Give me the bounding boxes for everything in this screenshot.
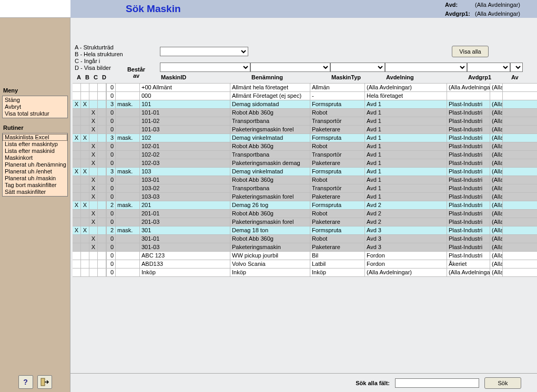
rutiner-item[interactable]: Planerat uh /maskin (3, 175, 67, 182)
rutiner-item[interactable]: Maskinlista Excel (3, 134, 67, 141)
cell-maskinid: 000 (140, 92, 230, 100)
table-row[interactable]: XX3mask.102Demag vinkelmatadFormsprutaAv… (73, 134, 537, 142)
cell-avdgrp1: Plast-Industri (447, 226, 490, 234)
cell-avdgrp1: Plast-Industri (447, 109, 490, 117)
table-row[interactable]: X0201-03Paketeringsmaskin forelPaketerar… (73, 218, 537, 226)
cell-d (98, 151, 106, 159)
cell-maskinid: 301 (140, 226, 230, 234)
table-row[interactable]: XX2mask.201Demag 26 togFormsprutaAvd 2Pl… (73, 201, 537, 210)
table-row[interactable]: X0102-03Paketeringsmaskin demagPaketerar… (73, 159, 537, 168)
help-button[interactable]: ? (18, 375, 33, 389)
filter-select-maskinid[interactable] (160, 63, 250, 72)
cell-avdgrp2: (Alla (490, 126, 503, 133)
page-title: Sök Maskin (126, 3, 181, 15)
visa-alla-button[interactable]: Visa alla (452, 46, 489, 57)
search-button[interactable]: Sök (484, 377, 521, 389)
cell-bestar-unit (116, 269, 140, 276)
cell-bestar-count: 0 (106, 260, 116, 268)
cell-b (81, 218, 89, 226)
rutiner-item[interactable]: Maskinkort (3, 154, 67, 161)
table-row[interactable]: XX3mask.103Demag vinkelmatadFormsprutaAv… (73, 168, 537, 176)
column-header-maskinid[interactable]: MaskinID (160, 74, 250, 80)
rutiner-item[interactable]: Planerat uh /benämning (3, 161, 67, 168)
cell-bestar-count: 0 (106, 184, 116, 192)
rutiner-item[interactable]: Tag bort maskinfilter (3, 182, 67, 189)
table-row[interactable]: 0ABD133Volvo ScaniaLatbilFordonÅkeriet(A… (73, 260, 537, 269)
cell-b (81, 142, 89, 150)
table-row[interactable]: X0103-01Robot Abb 360gRobotAvd 1Plast-In… (73, 176, 537, 184)
table-row[interactable]: X0301-01Robot Abb 360gRobotAvd 3Plast-In… (73, 235, 537, 243)
cell-avdgrp1: Plast-Industri (447, 134, 490, 142)
exit-button[interactable] (37, 375, 52, 389)
filter-select-benamning[interactable] (250, 63, 330, 72)
cell-maskintyp: Paketerare (310, 243, 365, 251)
cell-maskintyp: Formspruta (310, 201, 365, 209)
table-row[interactable]: XX2mask.301Demag 18 tonFormsprutaAvd 3Pl… (73, 226, 537, 235)
cell-avdelning: (Alla Avdelningar) (365, 269, 447, 276)
cell-benamning: Demag sidomatad (230, 100, 310, 108)
rutiner-item[interactable]: Planerat uh /enhet (3, 168, 67, 175)
cell-maskintyp: Robot (310, 176, 365, 184)
column-header-avdelning[interactable]: Avdelning (385, 74, 467, 80)
cell-avdgrp2: (Alla (490, 159, 503, 167)
meny-item[interactable]: Visa total struktur (3, 110, 67, 117)
cell-maskintyp: Transportör (310, 117, 365, 125)
cell-bestar-count: 0 (106, 117, 116, 125)
table-row[interactable]: X0201-01Robot Abb 360gRobotAvd 2Plast-In… (73, 210, 537, 218)
table-row[interactable]: X0102-01Robot Abb 360gRobotAvd 1Plast-In… (73, 142, 537, 151)
cell-bestar-count: 0 (106, 151, 116, 159)
cell-maskinid: 103-03 (140, 193, 230, 201)
meny-item[interactable]: Avbryt (3, 104, 67, 110)
svg-rect-0 (41, 378, 45, 386)
table-row[interactable]: XX3mask.101Demag sidomatadFormsprutaAvd … (73, 100, 537, 109)
cell-avdgrp1: Plast-Industri (447, 126, 490, 133)
cell-d (98, 159, 106, 167)
table-row[interactable]: 0000Allmänt Företaget (ej spec)-Hela för… (73, 92, 537, 100)
table-row[interactable]: 0ABC 123WW pickup jourbilBilFordonPlast-… (73, 252, 537, 260)
cell-benamning: Transportbana (230, 151, 310, 159)
table-row[interactable]: X0301-03PaketeringsmaskinPaketerareAvd 3… (73, 243, 537, 252)
table-row[interactable]: X0101-02TransportbanaTransportörAvd 1Pla… (73, 117, 537, 126)
filter-select-avdgrp2[interactable] (510, 63, 523, 72)
rutiner-item[interactable]: Lista efter maskinid (3, 148, 67, 154)
cell-avdelning: Avd 1 (365, 100, 447, 108)
cell-a: X (73, 201, 81, 209)
cell-b (81, 269, 89, 276)
table-row[interactable]: 0+00 AllmäntAllmänt hela företagetAllmän… (73, 84, 537, 92)
cell-bestar-count: 2 (106, 201, 116, 209)
column-header-benamning[interactable]: Benämning (250, 74, 330, 80)
column-header-avdgrp2[interactable]: Av (510, 74, 523, 80)
cell-bestar-count: 0 (106, 243, 116, 251)
cell-avdgrp1 (447, 92, 490, 100)
cell-avdgrp1: Plast-Industri (447, 201, 490, 209)
table-row[interactable]: X0103-02TransportbanaTransportörAvd 1Pla… (73, 184, 537, 193)
column-header-maskintyp[interactable]: MaskinTyp (330, 74, 385, 80)
table-row[interactable]: X0101-01Robot Abb 360gRobotAvd 1Plast-In… (73, 109, 537, 117)
table-row[interactable]: X0102-02TransportbanaTransportörAvd 1Pla… (73, 151, 537, 159)
cell-maskinid: +00 Allmänt (140, 84, 230, 91)
cell-c: X (89, 193, 98, 201)
cell-avdelning: Avd 2 (365, 218, 447, 226)
table-row[interactable]: X0101-03Paketeringsmaskin forelPaketerar… (73, 126, 537, 134)
rutiner-item[interactable]: Lista efter maskintyp (3, 141, 67, 148)
cell-b (81, 151, 89, 159)
cell-a (73, 235, 81, 243)
cell-avdgrp1: Plast-Industri (447, 176, 490, 184)
cell-bestar-count: 3 (106, 168, 116, 176)
cell-avdelning: Avd 2 (365, 201, 447, 209)
search-all-input[interactable] (395, 378, 479, 388)
structure-legend: A - StrukturträdB - Hela strukturenC - I… (75, 44, 123, 71)
rutiner-item[interactable]: Sätt maskinfilter (3, 189, 67, 195)
meny-item[interactable]: Stäng (3, 97, 67, 104)
exit-door-icon (40, 378, 49, 386)
cell-c: X (89, 117, 98, 125)
column-header-avdgrp1[interactable]: Avdgrp1 (467, 74, 510, 80)
cell-d (98, 201, 106, 209)
structure-select[interactable] (160, 47, 248, 56)
filter-select-avdelning[interactable] (385, 63, 467, 72)
filter-select-maskintyp[interactable] (330, 63, 385, 72)
table-row[interactable]: 0InköpInköpInköp(Alla Avdelningar)(Alla … (73, 269, 537, 277)
cell-benamning: Demag 26 tog (230, 201, 310, 209)
table-row[interactable]: X0103-03Paketeringsmaskin forelPaketerar… (73, 193, 537, 201)
filter-select-avdgrp1[interactable] (467, 63, 510, 72)
